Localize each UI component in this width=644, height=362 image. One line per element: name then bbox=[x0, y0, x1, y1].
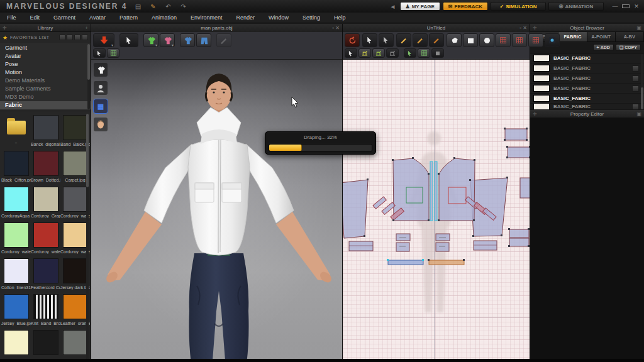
fabric-list-scrollbar[interactable] bbox=[641, 54, 643, 109]
file-item[interactable]: Carpet.jpg bbox=[60, 151, 90, 182]
menu-avatar[interactable]: Avatar bbox=[82, 14, 113, 21]
menu-file[interactable]: File bbox=[0, 14, 23, 21]
dock-icon[interactable]: ✛ bbox=[3, 24, 7, 32]
fabric-row[interactable]: BASIC_FABRIC bbox=[530, 84, 644, 94]
fabric-row[interactable]: BASIC_FABRIC bbox=[530, 63, 644, 74]
fabric-save-icon[interactable] bbox=[632, 104, 639, 110]
file-item[interactable]: CordurayAqua_ bbox=[1, 187, 31, 218]
close-icon[interactable]: ✕ bbox=[335, 25, 340, 31]
add-fabric-button[interactable]: +ADD bbox=[593, 44, 614, 51]
menu-pattern[interactable]: Pattern bbox=[113, 14, 145, 21]
pin-tool-disabled[interactable] bbox=[216, 33, 231, 47]
show-head-icon[interactable] bbox=[94, 118, 108, 131]
close-button[interactable]: ✕ bbox=[633, 3, 640, 9]
internal-polygon-tool[interactable] bbox=[496, 33, 511, 47]
my-page-button[interactable]: ♟ MY PAGE bbox=[400, 2, 440, 11]
fabric-save-icon[interactable] bbox=[632, 75, 639, 82]
file-item[interactable]: Cotton_linen31_ bbox=[1, 258, 31, 290]
add-point-tool[interactable] bbox=[429, 33, 444, 47]
texture-grid-tool[interactable] bbox=[418, 48, 430, 58]
copy-fabric-button[interactable]: ❏COPY bbox=[616, 44, 641, 51]
2d-canvas[interactable] bbox=[343, 60, 530, 362]
library-item-sample-garments[interactable]: Sample Garments bbox=[0, 85, 91, 93]
free-sewing-tool[interactable] bbox=[372, 48, 385, 58]
file-item[interactable]: Jersey dark brow bbox=[60, 258, 90, 290]
refresh-favorites-icon[interactable] bbox=[59, 35, 65, 40]
fabric-row[interactable]: BASIC_FABRIC bbox=[530, 94, 644, 104]
select-move-tool[interactable] bbox=[119, 33, 138, 47]
undock-icon[interactable]: ▫ bbox=[332, 25, 334, 31]
show-avatar-toggle[interactable]: ▾ bbox=[160, 33, 175, 47]
menu-render[interactable]: Render bbox=[230, 14, 262, 21]
file-item[interactable] bbox=[60, 330, 90, 357]
fabric-row[interactable]: BASIC_FABRIC bbox=[530, 53, 644, 63]
library-item-garment[interactable]: Garment bbox=[0, 44, 91, 52]
circle-tool[interactable] bbox=[479, 33, 494, 47]
sync-button[interactable] bbox=[345, 33, 360, 47]
tab-fabric[interactable]: FABRIC bbox=[558, 32, 587, 41]
minimize-button[interactable]: — bbox=[611, 3, 619, 9]
file-item[interactable]: Black_Ciffon.pn bbox=[1, 151, 31, 182]
internal-circle-tool[interactable] bbox=[528, 33, 543, 47]
simulation-mode-button[interactable]: ✓ SIMULATION bbox=[491, 2, 546, 11]
library-item-motion[interactable]: Motion bbox=[0, 69, 91, 77]
undo-icon[interactable]: ↶ bbox=[164, 3, 172, 10]
select-texture-tool-3d[interactable] bbox=[93, 48, 106, 58]
fabric-save-icon[interactable] bbox=[632, 85, 639, 92]
menu-environment[interactable]: Environment bbox=[184, 14, 230, 21]
file-item[interactable]: Knit_Band_Brow bbox=[31, 294, 60, 326]
file-item[interactable]: Jersey_Blue.jpg bbox=[1, 294, 31, 326]
redo-icon[interactable]: ↷ bbox=[179, 3, 187, 10]
transform-pattern-tool[interactable] bbox=[362, 33, 377, 47]
pants-fit-tool[interactable] bbox=[196, 33, 211, 47]
dart-tool[interactable] bbox=[545, 33, 560, 47]
garment-fit-tool[interactable] bbox=[180, 33, 195, 47]
select-texture-tool[interactable] bbox=[404, 48, 416, 58]
pattern-annotation-tool[interactable] bbox=[431, 48, 444, 58]
simulate-button[interactable]: ▾ bbox=[93, 33, 114, 47]
file-item-parent[interactable]: .. bbox=[1, 115, 31, 146]
internal-rect-tool[interactable] bbox=[512, 33, 527, 47]
add-favorites-icon[interactable] bbox=[67, 35, 73, 40]
file-item[interactable]: Leather_orange bbox=[60, 294, 90, 326]
fabric-save-icon[interactable] bbox=[632, 65, 639, 72]
save-icon[interactable]: ▤ bbox=[133, 3, 142, 10]
file-item[interactable]: Corduroy_wale_ bbox=[31, 222, 60, 254]
file-item[interactable]: Banck_digonal.j bbox=[31, 115, 60, 146]
wireframe-icon[interactable]: ▦ bbox=[94, 99, 108, 113]
rectangle-tool[interactable] bbox=[463, 33, 478, 47]
segment-sewing-tool[interactable] bbox=[358, 48, 371, 58]
restore-button[interactable] bbox=[622, 3, 630, 9]
dock-icon[interactable]: ✛ bbox=[533, 24, 537, 32]
library-list-scrollbar[interactable] bbox=[87, 44, 90, 109]
texture-grid-tool-3d[interactable] bbox=[107, 48, 119, 58]
close-icon[interactable]: ✕ bbox=[523, 25, 527, 31]
tab-a-bv[interactable]: A-BV bbox=[616, 32, 644, 41]
file-item[interactable]: Feathercord Co bbox=[31, 258, 60, 290]
menu-garment[interactable]: Garment bbox=[47, 14, 82, 21]
panel-menu-icon[interactable]: ▣ bbox=[636, 24, 641, 32]
3d-canvas[interactable]: ▦ bbox=[91, 60, 342, 362]
polygon-tool[interactable] bbox=[447, 33, 462, 47]
undock-icon[interactable]: ▫ bbox=[519, 25, 521, 31]
fabric-row[interactable]: BASIC_FABRIC bbox=[530, 104, 644, 110]
select-sewing-tool[interactable] bbox=[345, 48, 357, 58]
tab-a-point[interactable]: A-POINT bbox=[587, 32, 616, 41]
menu-window[interactable]: Window bbox=[262, 14, 296, 21]
file-item[interactable]: Corduroy_wale_ bbox=[60, 222, 90, 254]
file-item[interactable] bbox=[31, 330, 60, 357]
fabric-row[interactable]: BASIC_FABRIC bbox=[530, 74, 644, 84]
file-item[interactable]: Corduroy_wale_ bbox=[1, 222, 31, 254]
show-avatar-icon[interactable] bbox=[94, 81, 108, 95]
show-garment-icon[interactable] bbox=[94, 63, 108, 77]
transform-point-tool[interactable] bbox=[379, 33, 394, 47]
library-item-fabric[interactable]: Fabric bbox=[0, 101, 91, 109]
library-item-md3-demo[interactable]: MD3 Demo bbox=[0, 93, 91, 101]
feedback-button[interactable]: ✉ FEEDBACK bbox=[443, 2, 488, 11]
edit-sewing-tool[interactable] bbox=[386, 48, 399, 58]
animation-mode-button[interactable]: ✇ ANIMATION bbox=[548, 2, 604, 11]
fabric-grid-scrollbar[interactable] bbox=[86, 114, 89, 359]
show-garment-toggle[interactable]: ▾ bbox=[143, 33, 158, 47]
megaphone-icon[interactable]: ◄ bbox=[389, 3, 397, 10]
menu-edit[interactable]: Edit bbox=[23, 14, 47, 21]
